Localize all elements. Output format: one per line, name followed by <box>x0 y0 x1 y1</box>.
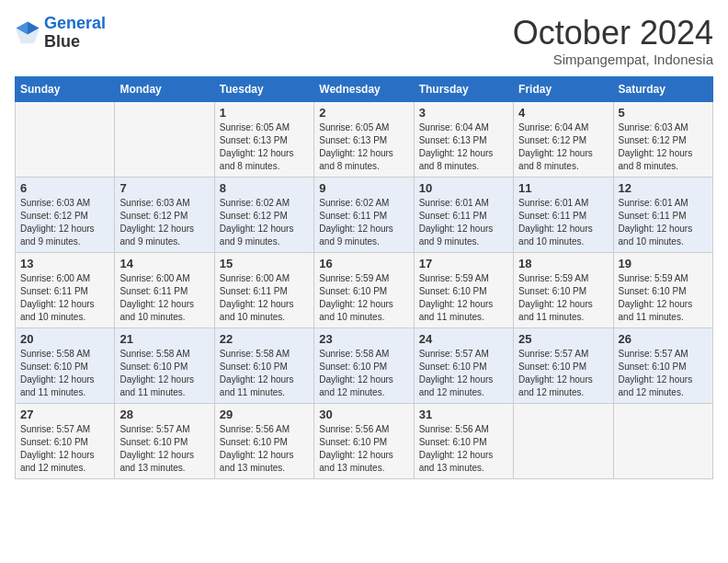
day-number: 19 <box>619 257 708 270</box>
day-info: Sunrise: 5:57 AM Sunset: 6:10 PM Dayligh… <box>518 348 608 399</box>
calendar-day-25: 25Sunrise: 5:57 AM Sunset: 6:10 PM Dayli… <box>514 327 613 403</box>
day-info: Sunrise: 5:58 AM Sunset: 6:10 PM Dayligh… <box>319 348 408 399</box>
calendar-day-17: 17Sunrise: 5:59 AM Sunset: 6:10 PM Dayli… <box>414 252 513 327</box>
calendar-day-4: 4Sunrise: 6:04 AM Sunset: 6:12 PM Daylig… <box>514 101 613 177</box>
calendar-day-30: 30Sunrise: 5:56 AM Sunset: 6:10 PM Dayli… <box>314 403 414 478</box>
page-header: General Blue October 2024 Simpangempat, … <box>15 15 713 67</box>
day-info: Sunrise: 6:00 AM Sunset: 6:11 PM Dayligh… <box>119 272 209 324</box>
day-info: Sunrise: 5:59 AM Sunset: 6:10 PM Dayligh… <box>419 272 508 324</box>
calendar-day-14: 14Sunrise: 6:00 AM Sunset: 6:11 PM Dayli… <box>115 252 214 327</box>
weekday-header-thursday: Thursday <box>414 76 513 101</box>
calendar-day-21: 21Sunrise: 5:58 AM Sunset: 6:10 PM Dayli… <box>115 327 214 403</box>
day-info: Sunrise: 5:56 AM Sunset: 6:10 PM Dayligh… <box>220 423 309 475</box>
day-info: Sunrise: 6:02 AM Sunset: 6:12 PM Dayligh… <box>220 197 309 248</box>
day-info: Sunrise: 5:57 AM Sunset: 6:10 PM Dayligh… <box>419 348 508 399</box>
day-info: Sunrise: 6:04 AM Sunset: 6:13 PM Dayligh… <box>419 121 508 173</box>
day-info: Sunrise: 6:03 AM Sunset: 6:12 PM Dayligh… <box>619 121 708 173</box>
calendar-day-10: 10Sunrise: 6:01 AM Sunset: 6:11 PM Dayli… <box>414 177 513 252</box>
day-info: Sunrise: 5:59 AM Sunset: 6:10 PM Dayligh… <box>518 272 608 324</box>
weekday-header-tuesday: Tuesday <box>214 76 313 101</box>
day-info: Sunrise: 6:05 AM Sunset: 6:13 PM Dayligh… <box>319 121 408 173</box>
weekday-header-friday: Friday <box>514 76 613 101</box>
calendar-day-31: 31Sunrise: 5:56 AM Sunset: 6:10 PM Dayli… <box>414 403 513 478</box>
day-number: 25 <box>518 332 608 346</box>
day-info: Sunrise: 5:57 AM Sunset: 6:10 PM Dayligh… <box>119 423 209 475</box>
month-title: October 2024 <box>513 15 713 52</box>
calendar-week-row: 13Sunrise: 6:00 AM Sunset: 6:11 PM Dayli… <box>16 252 713 327</box>
day-number: 30 <box>319 408 408 421</box>
day-number: 17 <box>419 257 508 270</box>
calendar-day-1: 1Sunrise: 6:05 AM Sunset: 6:13 PM Daylig… <box>214 101 313 177</box>
calendar-day-23: 23Sunrise: 5:58 AM Sunset: 6:10 PM Dayli… <box>314 327 414 403</box>
calendar-day-3: 3Sunrise: 6:04 AM Sunset: 6:13 PM Daylig… <box>414 101 513 177</box>
calendar-day-16: 16Sunrise: 5:59 AM Sunset: 6:10 PM Dayli… <box>314 252 414 327</box>
empty-day-cell <box>115 101 214 177</box>
weekday-header-monday: Monday <box>115 76 214 101</box>
day-number: 26 <box>619 332 708 346</box>
day-number: 1 <box>220 106 309 120</box>
day-number: 12 <box>619 181 708 195</box>
day-info: Sunrise: 6:05 AM Sunset: 6:13 PM Dayligh… <box>220 121 309 173</box>
calendar-day-29: 29Sunrise: 5:56 AM Sunset: 6:10 PM Dayli… <box>214 403 313 478</box>
calendar-day-28: 28Sunrise: 5:57 AM Sunset: 6:10 PM Dayli… <box>115 403 214 478</box>
day-info: Sunrise: 5:59 AM Sunset: 6:10 PM Dayligh… <box>619 272 708 324</box>
day-number: 10 <box>419 181 508 195</box>
empty-day-cell <box>613 403 712 478</box>
day-info: Sunrise: 5:56 AM Sunset: 6:10 PM Dayligh… <box>319 423 408 475</box>
calendar-day-8: 8Sunrise: 6:02 AM Sunset: 6:12 PM Daylig… <box>214 177 313 252</box>
calendar-day-18: 18Sunrise: 5:59 AM Sunset: 6:10 PM Dayli… <box>514 252 613 327</box>
weekday-header-saturday: Saturday <box>613 76 712 101</box>
day-number: 6 <box>20 181 109 195</box>
day-number: 24 <box>419 332 508 346</box>
calendar-week-row: 27Sunrise: 5:57 AM Sunset: 6:10 PM Dayli… <box>16 403 713 478</box>
day-number: 22 <box>220 332 309 346</box>
day-info: Sunrise: 6:00 AM Sunset: 6:11 PM Dayligh… <box>220 272 309 324</box>
calendar-day-20: 20Sunrise: 5:58 AM Sunset: 6:10 PM Dayli… <box>16 327 115 403</box>
day-info: Sunrise: 5:58 AM Sunset: 6:10 PM Dayligh… <box>20 348 109 399</box>
day-number: 11 <box>518 181 608 195</box>
calendar-day-24: 24Sunrise: 5:57 AM Sunset: 6:10 PM Dayli… <box>414 327 513 403</box>
calendar-day-5: 5Sunrise: 6:03 AM Sunset: 6:12 PM Daylig… <box>613 101 712 177</box>
day-number: 27 <box>20 408 109 421</box>
weekday-header-sunday: Sunday <box>16 76 115 101</box>
day-info: Sunrise: 5:57 AM Sunset: 6:10 PM Dayligh… <box>619 348 708 399</box>
day-number: 5 <box>619 106 708 120</box>
day-number: 29 <box>220 408 309 421</box>
day-number: 2 <box>319 106 408 120</box>
location: Simpangempat, Indonesia <box>513 52 713 67</box>
calendar-week-row: 1Sunrise: 6:05 AM Sunset: 6:13 PM Daylig… <box>16 101 713 177</box>
calendar-day-15: 15Sunrise: 6:00 AM Sunset: 6:11 PM Dayli… <box>214 252 313 327</box>
day-number: 8 <box>220 181 309 195</box>
day-info: Sunrise: 5:57 AM Sunset: 6:10 PM Dayligh… <box>20 423 109 475</box>
day-number: 23 <box>319 332 408 346</box>
day-info: Sunrise: 6:04 AM Sunset: 6:12 PM Dayligh… <box>518 121 608 173</box>
day-number: 4 <box>518 106 608 120</box>
day-number: 9 <box>319 181 408 195</box>
day-number: 20 <box>20 332 109 346</box>
day-info: Sunrise: 5:58 AM Sunset: 6:10 PM Dayligh… <box>119 348 209 399</box>
calendar-week-row: 20Sunrise: 5:58 AM Sunset: 6:10 PM Dayli… <box>16 327 713 403</box>
calendar-day-9: 9Sunrise: 6:02 AM Sunset: 6:11 PM Daylig… <box>314 177 414 252</box>
day-info: Sunrise: 6:01 AM Sunset: 6:11 PM Dayligh… <box>419 197 508 248</box>
calendar-day-11: 11Sunrise: 6:01 AM Sunset: 6:11 PM Dayli… <box>514 177 613 252</box>
weekday-header-row: SundayMondayTuesdayWednesdayThursdayFrid… <box>16 76 713 101</box>
day-number: 21 <box>119 332 209 346</box>
calendar-day-13: 13Sunrise: 6:00 AM Sunset: 6:11 PM Dayli… <box>16 252 115 327</box>
calendar-day-22: 22Sunrise: 5:58 AM Sunset: 6:10 PM Dayli… <box>214 327 313 403</box>
calendar-day-2: 2Sunrise: 6:05 AM Sunset: 6:13 PM Daylig… <box>314 101 414 177</box>
day-info: Sunrise: 5:56 AM Sunset: 6:10 PM Dayligh… <box>419 423 508 475</box>
weekday-header-wednesday: Wednesday <box>314 76 414 101</box>
calendar-day-19: 19Sunrise: 5:59 AM Sunset: 6:10 PM Dayli… <box>613 252 712 327</box>
empty-day-cell <box>16 101 115 177</box>
calendar-day-26: 26Sunrise: 5:57 AM Sunset: 6:10 PM Dayli… <box>613 327 712 403</box>
day-number: 28 <box>119 408 209 421</box>
day-info: Sunrise: 5:59 AM Sunset: 6:10 PM Dayligh… <box>319 272 408 324</box>
day-number: 3 <box>419 106 508 120</box>
day-number: 16 <box>319 257 408 270</box>
day-number: 18 <box>518 257 608 270</box>
day-info: Sunrise: 5:58 AM Sunset: 6:10 PM Dayligh… <box>220 348 309 399</box>
day-info: Sunrise: 6:03 AM Sunset: 6:12 PM Dayligh… <box>119 197 209 248</box>
day-info: Sunrise: 6:01 AM Sunset: 6:11 PM Dayligh… <box>619 197 708 248</box>
day-info: Sunrise: 6:01 AM Sunset: 6:11 PM Dayligh… <box>518 197 608 248</box>
day-info: Sunrise: 6:03 AM Sunset: 6:12 PM Dayligh… <box>20 197 109 248</box>
